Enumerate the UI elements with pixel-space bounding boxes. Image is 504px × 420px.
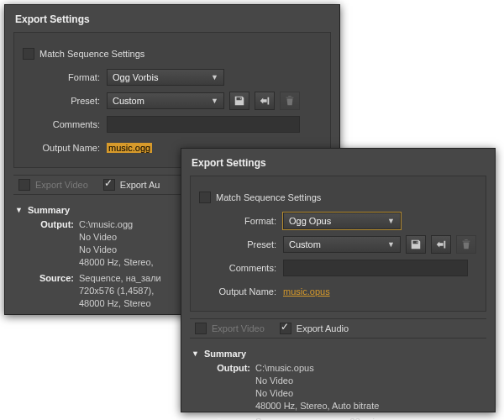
format-dropdown[interactable]: Ogg Opus ▼ xyxy=(283,213,401,229)
checkbox-icon xyxy=(23,48,34,60)
summary-output-line: No Video xyxy=(207,375,485,387)
comments-input[interactable] xyxy=(283,260,468,276)
import-icon xyxy=(259,95,270,107)
match-sequence-checkbox[interactable]: Match Sequence Settings xyxy=(199,192,321,203)
export-video-label: Export Video xyxy=(212,323,265,333)
match-sequence-checkbox[interactable]: Match Sequence Settings xyxy=(23,48,144,60)
panel-title: Export Settings xyxy=(181,149,495,174)
export-video-checkbox: Export Video xyxy=(195,323,265,334)
import-preset-button[interactable] xyxy=(431,235,451,254)
summary-output-line: C:\music.ogg xyxy=(79,219,133,229)
summary-source-line: Sequence, на_зали xyxy=(79,273,161,283)
delete-preset-button[interactable] xyxy=(280,92,300,110)
summary-output-line: C:\music.opus xyxy=(255,363,314,373)
triangle-down-icon: ▼ xyxy=(192,349,199,358)
output-name-label: Output Name: xyxy=(199,286,283,297)
panel-title: Export Settings xyxy=(5,5,339,30)
comments-input[interactable] xyxy=(107,116,300,133)
save-icon xyxy=(234,95,245,107)
export-settings-panel-2: Export Settings Match Sequence Settings … xyxy=(181,148,496,412)
chevron-down-icon: ▼ xyxy=(387,217,395,225)
export-audio-checkbox[interactable]: Export Audio xyxy=(280,323,349,334)
format-value: Ogg Opus xyxy=(289,216,331,226)
preset-dropdown[interactable]: Custom ▼ xyxy=(107,92,224,109)
save-preset-button[interactable] xyxy=(229,92,249,110)
preset-value: Custom xyxy=(113,96,144,106)
checkbox-icon xyxy=(199,192,211,203)
chevron-down-icon: ▼ xyxy=(211,97,218,105)
save-preset-button[interactable] xyxy=(406,235,426,254)
preset-value: Custom xyxy=(289,239,321,249)
import-icon xyxy=(435,239,447,250)
checkbox-checked-icon xyxy=(103,179,115,191)
output-name-link[interactable]: music.opus xyxy=(283,286,330,297)
chevron-down-icon: ▼ xyxy=(387,240,395,249)
output-name-label: Output Name: xyxy=(23,143,107,153)
trash-icon xyxy=(460,239,472,250)
export-av-row: Export Video Export Audio xyxy=(190,318,486,339)
export-video-label: Export Video xyxy=(35,180,88,190)
summary-label: Summary xyxy=(204,349,246,359)
preset-dropdown[interactable]: Custom ▼ xyxy=(283,236,401,253)
export-audio-checkbox[interactable]: Export Au xyxy=(103,179,160,191)
comments-label: Comments: xyxy=(23,119,107,129)
format-label: Format: xyxy=(199,216,283,226)
preset-label: Preset: xyxy=(199,239,283,249)
preset-label: Preset: xyxy=(23,96,107,106)
summary-source-line: Sequence, на_заливе 23.avi xyxy=(255,417,375,420)
match-sequence-label: Match Sequence Settings xyxy=(39,49,144,59)
summary-source-key: Source: xyxy=(30,272,74,285)
checkbox-icon xyxy=(18,179,30,191)
summary-body: Output:C:\music.opus No Video No Video 4… xyxy=(181,360,495,420)
summary-source-key: Source: xyxy=(207,416,250,420)
summary-output-key: Output: xyxy=(30,218,74,231)
comments-label: Comments: xyxy=(199,263,283,273)
summary-output-line: No Video xyxy=(207,387,485,400)
triangle-down-icon: ▼ xyxy=(15,206,23,214)
match-sequence-label: Match Sequence Settings xyxy=(216,192,321,202)
summary-output-key: Output: xyxy=(207,362,250,375)
summary-label: Summary xyxy=(28,205,70,215)
export-video-checkbox: Export Video xyxy=(18,179,88,191)
chevron-down-icon: ▼ xyxy=(211,73,218,81)
settings-group: Match Sequence Settings Format: Ogg Opus… xyxy=(190,176,486,312)
save-icon xyxy=(410,239,422,250)
import-preset-button[interactable] xyxy=(255,92,275,110)
format-label: Format: xyxy=(23,72,107,82)
checkbox-checked-icon xyxy=(280,323,291,334)
checkbox-icon xyxy=(195,323,207,334)
summary-output-line: 48000 Hz, Stereo, Auto bitrate xyxy=(207,400,485,412)
format-value: Ogg Vorbis xyxy=(113,72,158,82)
output-name-link[interactable]: music.ogg xyxy=(107,143,152,153)
delete-preset-button[interactable] xyxy=(456,235,476,254)
format-dropdown[interactable]: Ogg Vorbis ▼ xyxy=(107,69,224,86)
export-audio-label: Export Au xyxy=(120,180,160,190)
export-audio-label: Export Audio xyxy=(297,323,349,333)
trash-icon xyxy=(284,95,296,107)
summary-header[interactable]: ▼ Summary xyxy=(181,344,495,360)
